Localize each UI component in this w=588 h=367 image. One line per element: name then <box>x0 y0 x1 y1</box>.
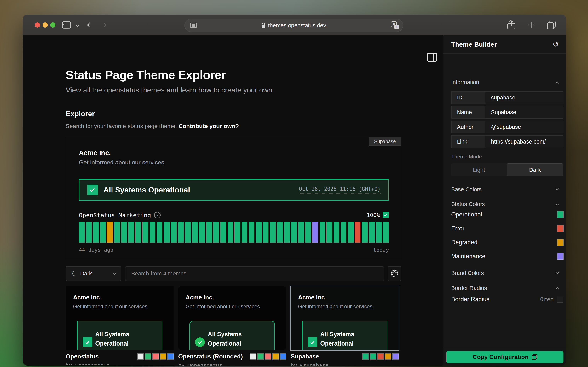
section-border-radius[interactable]: Border Radius <box>451 285 559 291</box>
page-content: Status Page Theme Explorer View all the … <box>23 35 566 366</box>
theme-card-supabase[interactable]: Acme Inc. Get informed about our service… <box>291 286 399 350</box>
minimize-window-button[interactable] <box>42 22 48 28</box>
uptime-bar-operational[interactable] <box>234 222 240 242</box>
theme-mode-toggle: Light Dark <box>451 164 563 176</box>
uptime-bar-operational[interactable] <box>206 222 212 242</box>
light-mode-button[interactable]: Light <box>451 164 507 176</box>
uptime-bar-operational[interactable] <box>79 222 85 242</box>
uptime-bar-operational[interactable] <box>178 222 184 242</box>
mode-dropdown[interactable]: ☾ Dark <box>66 266 121 281</box>
field-label: ID <box>451 92 485 103</box>
new-tab-icon[interactable]: + <box>528 20 534 30</box>
uptime-bar-operational[interactable] <box>326 222 332 242</box>
uptime-bar-operational[interactable] <box>341 222 346 242</box>
panel-right-toggle-icon[interactable] <box>427 53 438 63</box>
uptime-bar-operational[interactable] <box>320 222 325 242</box>
translate-icon[interactable]: A x <box>391 21 399 29</box>
uptime-bar-operational[interactable] <box>383 222 389 242</box>
close-window-button[interactable] <box>35 22 40 28</box>
address-bar[interactable]: themes.openstatus.dev A x <box>185 19 403 32</box>
theme-card-partial[interactable]: Acme Inc. Get informed about our service… <box>66 365 174 366</box>
theme-badge: Supabase <box>369 137 401 146</box>
uptime-bar-operational[interactable] <box>249 222 255 242</box>
uptime-bar-operational[interactable] <box>93 222 99 242</box>
uptime-bar-operational[interactable] <box>227 222 233 242</box>
uptime-bar-operational[interactable] <box>306 222 311 242</box>
copy-configuration-button[interactable]: Copy Configuration <box>446 351 564 363</box>
uptime-bar-operational[interactable] <box>220 222 226 242</box>
theme-card-openstatus[interactable]: Acme Inc. Get informed about our service… <box>66 286 174 350</box>
explorer-heading: Explorer <box>66 110 95 118</box>
uptime-bar-maintenance[interactable] <box>312 222 318 242</box>
uptime-bar-operational[interactable] <box>256 222 262 242</box>
uptime-bar-operational[interactable] <box>171 222 177 242</box>
uptime-bar-operational[interactable] <box>298 222 304 242</box>
uptime-bar-operational[interactable] <box>164 222 169 242</box>
uptime-bar-operational[interactable] <box>136 222 141 242</box>
uptime-bar-operational[interactable] <box>369 222 375 242</box>
uptime-bar-operational[interactable] <box>114 222 120 242</box>
uptime-bar-operational[interactable] <box>185 222 191 242</box>
reader-mode-icon[interactable] <box>190 23 197 28</box>
uptime-bar-operational[interactable] <box>157 222 162 242</box>
reset-icon[interactable]: ↺ <box>552 41 559 48</box>
tab-overview-icon[interactable] <box>547 21 556 29</box>
section-base-colors[interactable]: Base Colors <box>451 186 559 193</box>
field-value-input[interactable]: https://supabase.com/ <box>485 136 563 148</box>
palette-button[interactable] <box>387 266 401 281</box>
field-name: Name Supabase <box>451 106 563 119</box>
uptime-bar-operational[interactable] <box>242 222 247 242</box>
uptime-bar-operational[interactable] <box>284 222 290 242</box>
section-information[interactable]: Information <box>451 79 559 85</box>
uptime-bar-operational[interactable] <box>150 222 155 242</box>
uptime-bar-operational[interactable] <box>86 222 92 242</box>
uptime-bar-operational[interactable] <box>100 222 106 242</box>
uptime-bar-operational[interactable] <box>263 222 269 242</box>
zoom-window-button[interactable] <box>50 22 56 28</box>
card-status-label: All Systems Operational <box>95 330 149 348</box>
theme-search-input[interactable] <box>125 266 384 281</box>
uptime-bar-operational[interactable] <box>270 222 276 242</box>
color-swatch-picker[interactable] <box>557 253 563 260</box>
info-icon[interactable]: i <box>154 212 161 218</box>
uptime-bar-error[interactable] <box>355 222 361 242</box>
status-banner-timestamp[interactable]: Oct 26, 2025 11:16 (GMT+0) <box>299 186 381 194</box>
uptime-bar-operational[interactable] <box>348 222 354 242</box>
section-label: Information <box>451 79 479 85</box>
forward-icon[interactable] <box>100 15 109 35</box>
share-icon[interactable] <box>507 20 515 29</box>
color-swatch <box>258 354 264 359</box>
contribute-link[interactable]: Contribute your own? <box>179 123 239 129</box>
color-swatch-picker[interactable] <box>557 211 563 218</box>
sidebar-dropdown-chevron-icon[interactable] <box>75 15 81 35</box>
sidebar-toggle-icon[interactable] <box>61 15 72 35</box>
border-radius-input[interactable] <box>557 296 563 303</box>
uptime-bar-operational[interactable] <box>143 222 148 242</box>
uptime-bar-operational[interactable] <box>376 222 382 242</box>
field-value-input[interactable]: Supabase <box>485 106 563 118</box>
field-value-input[interactable]: @supabase <box>485 121 563 133</box>
color-swatch-picker[interactable] <box>557 225 563 232</box>
border-radius-label: Border Radius <box>451 296 489 303</box>
color-swatch-picker[interactable] <box>557 239 563 246</box>
dark-mode-button[interactable]: Dark <box>507 164 563 176</box>
uptime-bar-operational[interactable] <box>213 222 219 242</box>
uptime-bar-operational[interactable] <box>291 222 297 242</box>
section-brand-colors[interactable]: Brand Colors <box>451 270 559 276</box>
field-value-input[interactable]: supabase <box>485 92 563 103</box>
uptime-bar-operational[interactable] <box>199 222 205 242</box>
theme-card-openstatus-rounded[interactable]: Acme Inc. Get informed about our service… <box>178 286 286 350</box>
chevron-up-icon <box>556 203 559 207</box>
section-status-colors[interactable]: Status Colors <box>451 201 559 207</box>
uptime-bar-operational[interactable] <box>334 222 339 242</box>
uptime-bar-degraded[interactable] <box>107 222 113 242</box>
theme-name: Openstatus <box>66 353 99 360</box>
uptime-bar-operational[interactable] <box>362 222 368 242</box>
url-text[interactable]: themes.openstatus.dev <box>268 22 326 29</box>
uptime-bar-operational[interactable] <box>277 222 283 242</box>
status-color-maintenance: Maintenance <box>451 253 563 260</box>
back-icon[interactable] <box>85 15 94 35</box>
uptime-bar-operational[interactable] <box>192 222 198 242</box>
uptime-bar-operational[interactable] <box>121 222 127 242</box>
uptime-bar-operational[interactable] <box>128 222 134 242</box>
